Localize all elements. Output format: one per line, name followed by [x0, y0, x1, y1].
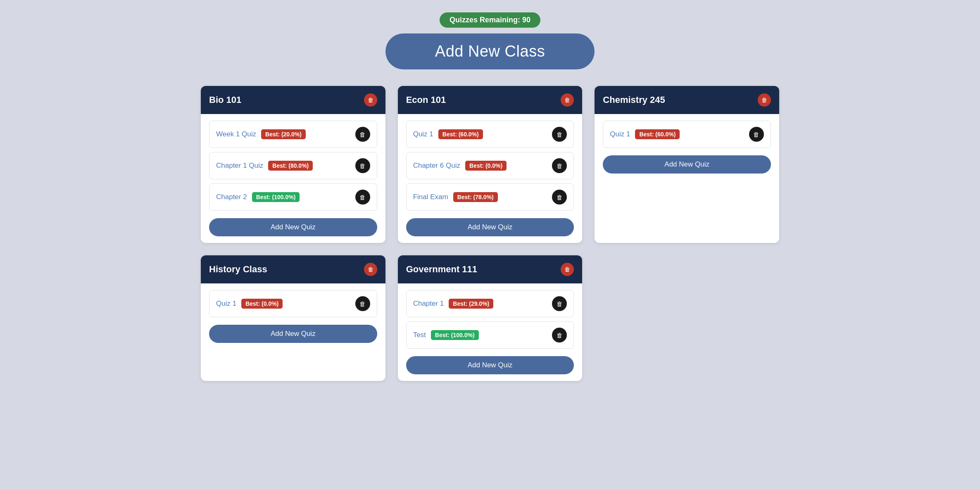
delete-quiz-button-bio101-0[interactable]: 🗑	[355, 127, 370, 142]
delete-class-button-gov111[interactable]: 🗑	[561, 263, 574, 276]
quiz-name-econ101-1[interactable]: Chapter 6 Quiz	[413, 162, 460, 170]
quiz-left-econ101-0: Quiz 1Best: (60.0%)	[413, 129, 483, 139]
delete-class-button-historyclass[interactable]: 🗑	[364, 263, 377, 276]
best-badge-econ101-1: Best: (0.0%)	[465, 161, 507, 171]
card-title-gov111: Government 111	[406, 264, 477, 275]
quiz-row-econ101-0: Quiz 1Best: (60.0%)🗑	[406, 121, 574, 148]
quiz-name-bio101-0[interactable]: Week 1 Quiz	[216, 130, 256, 138]
delete-quiz-button-econ101-0[interactable]: 🗑	[552, 127, 567, 142]
card-header-historyclass: History Class🗑	[201, 255, 385, 283]
card-title-bio101: Bio 101	[209, 95, 241, 105]
add-quiz-button-bio101[interactable]: Add New Quiz	[209, 218, 377, 236]
add-quiz-button-gov111[interactable]: Add New Quiz	[406, 356, 574, 374]
quiz-name-gov111-1[interactable]: Test	[413, 331, 426, 339]
card-title-chem245: Chemistry 245	[603, 95, 665, 105]
quiz-left-econ101-1: Chapter 6 QuizBest: (0.0%)	[413, 161, 507, 171]
class-card-gov111: Government 111🗑Chapter 1Best: (29.0%)🗑Te…	[398, 255, 583, 381]
delete-class-button-chem245[interactable]: 🗑	[758, 93, 771, 107]
quiz-left-historyclass-0: Quiz 1Best: (0.0%)	[216, 299, 283, 309]
card-body-bio101: Week 1 QuizBest: (20.0%)🗑Chapter 1 QuizB…	[201, 114, 385, 243]
delete-quiz-button-bio101-2[interactable]: 🗑	[355, 190, 370, 205]
card-body-chem245: Quiz 1Best: (60.0%)🗑Add New Quiz	[595, 114, 779, 180]
cards-grid: Bio 101🗑Week 1 QuizBest: (20.0%)🗑Chapter…	[201, 86, 779, 381]
best-badge-chem245-0: Best: (60.0%)	[635, 129, 680, 139]
top-section: Quizzes Remaining: 90 Add New Class	[25, 12, 955, 69]
delete-class-button-bio101[interactable]: 🗑	[364, 93, 377, 107]
card-title-econ101: Econ 101	[406, 95, 446, 105]
card-header-gov111: Government 111🗑	[398, 255, 583, 283]
add-quiz-button-econ101[interactable]: Add New Quiz	[406, 218, 574, 236]
add-new-class-button[interactable]: Add New Class	[385, 33, 595, 69]
delete-class-button-econ101[interactable]: 🗑	[561, 93, 574, 107]
quiz-row-gov111-1: TestBest: (100.0%)🗑	[406, 321, 574, 349]
quiz-row-econ101-1: Chapter 6 QuizBest: (0.0%)🗑	[406, 152, 574, 179]
class-card-chem245: Chemistry 245🗑Quiz 1Best: (60.0%)🗑Add Ne…	[595, 86, 779, 243]
quiz-row-bio101-1: Chapter 1 QuizBest: (80.0%)🗑	[209, 152, 377, 179]
quiz-left-bio101-2: Chapter 2Best: (100.0%)	[216, 192, 300, 202]
delete-quiz-button-chem245-0[interactable]: 🗑	[749, 127, 764, 142]
quiz-name-econ101-0[interactable]: Quiz 1	[413, 130, 433, 138]
best-badge-bio101-0: Best: (20.0%)	[261, 129, 306, 139]
quiz-name-bio101-2[interactable]: Chapter 2	[216, 193, 247, 201]
class-card-econ101: Econ 101🗑Quiz 1Best: (60.0%)🗑Chapter 6 Q…	[398, 86, 583, 243]
delete-quiz-button-historyclass-0[interactable]: 🗑	[355, 296, 370, 311]
card-title-historyclass: History Class	[209, 264, 267, 275]
quiz-row-bio101-2: Chapter 2Best: (100.0%)🗑	[209, 183, 377, 211]
add-quiz-button-historyclass[interactable]: Add New Quiz	[209, 325, 377, 343]
best-badge-historyclass-0: Best: (0.0%)	[241, 299, 283, 309]
quiz-row-chem245-0: Quiz 1Best: (60.0%)🗑	[603, 121, 771, 148]
delete-quiz-button-econ101-2[interactable]: 🗑	[552, 190, 567, 205]
quizzes-remaining-badge: Quizzes Remaining: 90	[440, 12, 540, 28]
quiz-row-gov111-0: Chapter 1Best: (29.0%)🗑	[406, 290, 574, 317]
card-header-econ101: Econ 101🗑	[398, 86, 583, 114]
card-body-econ101: Quiz 1Best: (60.0%)🗑Chapter 6 QuizBest: …	[398, 114, 583, 243]
quiz-name-gov111-0[interactable]: Chapter 1	[413, 300, 444, 308]
best-badge-bio101-1: Best: (80.0%)	[268, 161, 313, 171]
quiz-row-econ101-2: Final ExamBest: (78.0%)🗑	[406, 183, 574, 211]
delete-quiz-button-bio101-1[interactable]: 🗑	[355, 158, 370, 173]
card-body-gov111: Chapter 1Best: (29.0%)🗑TestBest: (100.0%…	[398, 283, 583, 381]
card-body-historyclass: Quiz 1Best: (0.0%)🗑Add New Quiz	[201, 283, 385, 350]
quiz-row-historyclass-0: Quiz 1Best: (0.0%)🗑	[209, 290, 377, 317]
quiz-left-bio101-1: Chapter 1 QuizBest: (80.0%)	[216, 161, 313, 171]
delete-quiz-button-econ101-1[interactable]: 🗑	[552, 158, 567, 173]
best-badge-econ101-0: Best: (60.0%)	[438, 129, 483, 139]
best-badge-gov111-1: Best: (100.0%)	[431, 330, 479, 340]
best-badge-gov111-0: Best: (29.0%)	[449, 299, 493, 309]
card-header-chem245: Chemistry 245🗑	[595, 86, 779, 114]
quiz-name-chem245-0[interactable]: Quiz 1	[610, 130, 630, 138]
quiz-name-econ101-2[interactable]: Final Exam	[413, 193, 448, 201]
quiz-left-gov111-1: TestBest: (100.0%)	[413, 330, 479, 340]
quiz-left-gov111-0: Chapter 1Best: (29.0%)	[413, 299, 494, 309]
quiz-name-bio101-1[interactable]: Chapter 1 Quiz	[216, 162, 263, 170]
best-badge-bio101-2: Best: (100.0%)	[252, 192, 300, 202]
quiz-name-historyclass-0[interactable]: Quiz 1	[216, 300, 236, 308]
class-card-bio101: Bio 101🗑Week 1 QuizBest: (20.0%)🗑Chapter…	[201, 86, 385, 243]
best-badge-econ101-2: Best: (78.0%)	[453, 192, 498, 202]
class-card-historyclass: History Class🗑Quiz 1Best: (0.0%)🗑Add New…	[201, 255, 385, 381]
quiz-left-chem245-0: Quiz 1Best: (60.0%)	[610, 129, 680, 139]
delete-quiz-button-gov111-0[interactable]: 🗑	[552, 296, 567, 311]
quiz-left-bio101-0: Week 1 QuizBest: (20.0%)	[216, 129, 306, 139]
card-header-bio101: Bio 101🗑	[201, 86, 385, 114]
add-quiz-button-chem245[interactable]: Add New Quiz	[603, 155, 771, 174]
quiz-row-bio101-0: Week 1 QuizBest: (20.0%)🗑	[209, 121, 377, 148]
delete-quiz-button-gov111-1[interactable]: 🗑	[552, 328, 567, 343]
quiz-left-econ101-2: Final ExamBest: (78.0%)	[413, 192, 498, 202]
